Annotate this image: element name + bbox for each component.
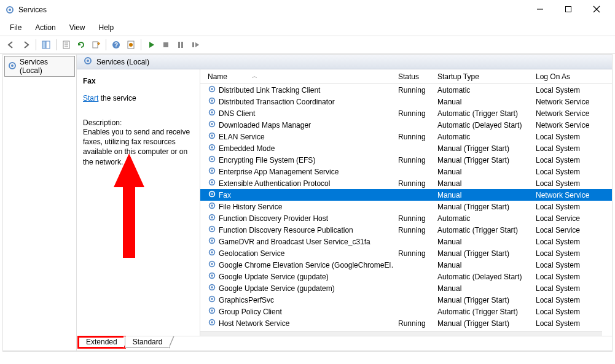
gear-icon [208, 271, 216, 282]
list-header: Name︿ Status Startup Type Log On As [200, 69, 612, 84]
gear-icon [208, 225, 216, 235]
svg-point-44 [211, 193, 213, 195]
service-log-on-as: Network Service [531, 121, 609, 130]
service-status: Running [393, 249, 433, 258]
help-topics-button[interactable] [125, 39, 137, 51]
svg-point-26 [211, 88, 213, 90]
service-row[interactable]: Function Discovery Resource PublicationR… [200, 224, 612, 236]
service-row[interactable]: Function Discovery Provider HostRunningA… [200, 212, 612, 224]
tree-item-services-local[interactable]: Services (Local) [4, 56, 75, 77]
svg-rect-17 [163, 42, 168, 47]
svg-point-40 [211, 169, 213, 172]
service-row[interactable]: Host Network ServiceRunningManual (Trigg… [200, 317, 612, 329]
service-row[interactable]: Encrypting File System (EFS)RunningManua… [200, 154, 612, 166]
gear-icon [208, 85, 216, 95]
window-title: Services [18, 6, 47, 14]
column-status[interactable]: Status [393, 69, 433, 83]
stop-service-button[interactable] [160, 39, 172, 51]
column-name[interactable]: Name︿ [203, 69, 393, 83]
svg-rect-19 [181, 42, 183, 48]
gear-icon [208, 283, 216, 293]
service-row[interactable]: FaxManualNetwork Service [200, 189, 612, 201]
svg-point-28 [211, 99, 213, 102]
svg-point-38 [211, 158, 213, 160]
svg-point-48 [211, 216, 213, 219]
export-list-button[interactable] [90, 39, 102, 51]
service-row[interactable]: Distributed Transaction CoordinatorManua… [200, 96, 612, 107]
service-row[interactable]: ELAN ServiceRunningAutomaticLocal System [200, 131, 612, 142]
service-row[interactable]: Downloaded Maps ManagerAutomatic (Delaye… [200, 119, 612, 131]
tree-pane: Services (Local) [3, 55, 77, 350]
menu-action[interactable]: Action [33, 22, 58, 33]
service-row[interactable]: GameDVR and Broadcast User Service_c31fa… [200, 236, 612, 247]
service-name: Host Network Service [219, 319, 289, 328]
content-area: Services (Local) Services (Local) Fax St… [2, 54, 613, 351]
service-row[interactable]: GraphicsPerfSvcManual (Trigger Start)Loc… [200, 294, 612, 306]
service-row[interactable]: Distributed Link Tracking ClientRunningA… [200, 84, 612, 96]
minimize-button[interactable] [531, 6, 549, 15]
service-startup-type: Manual (Trigger Start) [433, 156, 531, 165]
column-log-on-as[interactable]: Log On As [531, 69, 609, 83]
start-service-link[interactable]: Start [83, 94, 98, 103]
show-hide-tree-button[interactable] [40, 39, 52, 51]
service-startup-type: Manual [433, 179, 531, 188]
service-row[interactable]: Group Policy ClientAutomatic (Trigger St… [200, 306, 612, 317]
service-row[interactable]: Google Update Service (gupdatem)ManualLo… [200, 282, 612, 294]
description-text: Enables you to send and receive faxes, u… [83, 127, 194, 167]
service-startup-type: Automatic (Delayed Start) [433, 121, 531, 130]
service-log-on-as: Local System [531, 133, 609, 141]
gear-icon [208, 131, 216, 142]
help-button[interactable]: ? [110, 39, 122, 51]
service-row[interactable]: Geolocation ServiceRunningManual (Trigge… [200, 247, 612, 259]
detail-pane: Fax Start the service Description: Enabl… [77, 69, 200, 336]
maximize-button[interactable] [560, 6, 577, 15]
restart-service-button[interactable] [189, 39, 202, 51]
menu-view[interactable]: View [67, 22, 88, 33]
rows-container[interactable]: Distributed Link Tracking ClientRunningA… [200, 84, 612, 331]
service-name: GameDVR and Broadcast User Service_c31fa [219, 238, 370, 246]
menu-file[interactable]: File [7, 22, 24, 33]
close-button[interactable] [588, 6, 605, 15]
menu-help[interactable]: Help [96, 22, 117, 33]
service-row[interactable]: Embedded ModeManual (Trigger Start)Local… [200, 142, 612, 154]
service-startup-type: Automatic (Delayed Start) [433, 273, 531, 281]
service-row[interactable]: Google Chrome Elevation Service (GoogleC… [200, 259, 612, 271]
back-button[interactable] [5, 39, 17, 51]
service-name: GraphicsPerfSvc [219, 296, 274, 304]
service-status: Running [393, 86, 433, 95]
svg-rect-7 [46, 41, 50, 48]
service-log-on-as: Network Service [531, 109, 609, 118]
gear-icon [208, 260, 216, 270]
service-name: Google Update Service (gupdate) [219, 273, 329, 281]
service-startup-type: Manual [433, 284, 531, 293]
service-name: Downloaded Maps Manager [219, 121, 311, 130]
service-row[interactable]: Extensible Authentication ProtocolRunnin… [200, 177, 612, 189]
service-startup-type: Manual (Trigger Start) [433, 249, 531, 258]
column-startup-type[interactable]: Startup Type [433, 69, 531, 83]
toolbar-separator [56, 39, 57, 50]
service-row[interactable]: DNS ClientRunningAutomatic (Trigger Star… [200, 107, 612, 119]
service-log-on-as: Local System [531, 249, 609, 258]
start-service-button[interactable] [145, 39, 157, 51]
properties-button[interactable] [60, 39, 72, 51]
gear-icon [208, 213, 216, 223]
horizontal-scrollbar[interactable] [200, 331, 602, 336]
refresh-button[interactable] [75, 39, 87, 51]
gear-icon [208, 201, 216, 212]
forward-button[interactable] [20, 39, 32, 51]
service-startup-type: Manual (Trigger Start) [433, 319, 531, 328]
pause-service-button[interactable] [174, 39, 187, 51]
svg-point-16 [129, 43, 133, 47]
tab-standard[interactable]: Standard [125, 336, 171, 348]
service-row[interactable]: File History ServiceManual (Trigger Star… [200, 201, 612, 212]
service-startup-type: Manual [433, 168, 531, 176]
svg-point-42 [211, 181, 213, 184]
service-row[interactable]: Enterprise App Management ServiceManualL… [200, 166, 612, 177]
start-suffix: the service [98, 94, 136, 103]
service-log-on-as: Local System [531, 156, 609, 165]
service-row[interactable]: Google Update Service (gupdate)Automatic… [200, 271, 612, 282]
tab-extended[interactable]: Extended [78, 336, 125, 348]
gear-icon [208, 178, 216, 188]
service-name: Function Discovery Provider Host [219, 214, 328, 223]
gear-icon [208, 108, 216, 118]
